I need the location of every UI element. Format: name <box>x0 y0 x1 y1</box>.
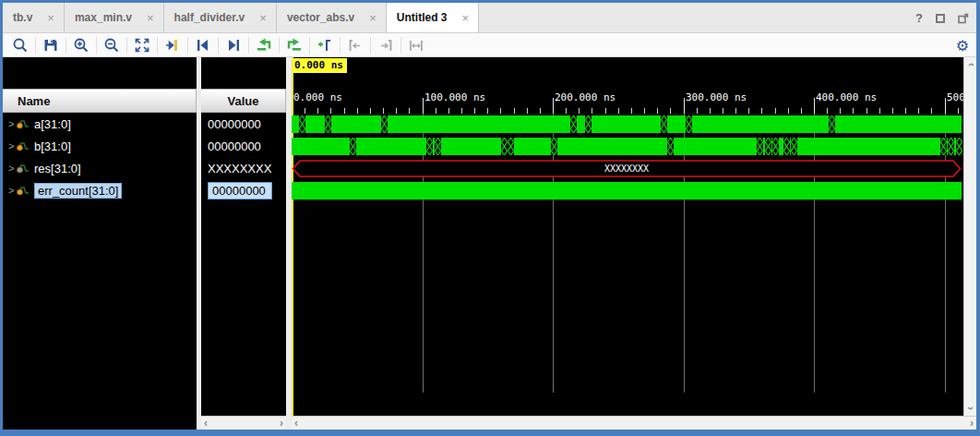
cursor-time-readout: 0.000 ns <box>293 58 347 73</box>
value-panel-horizontal-scrollbar[interactable]: ‹ › <box>201 416 286 430</box>
tab-close-icon[interactable]: × <box>259 12 267 24</box>
bus-waveform-bar <box>292 138 962 155</box>
tab-tb-v[interactable]: tb.v × <box>3 3 65 32</box>
ruler-time-label: 400.000 ns <box>816 91 877 103</box>
bus-signal-icon <box>16 140 30 151</box>
signal-row-a[interactable]: > a[31:0] <box>3 113 197 135</box>
signal-name-label: b[31:0] <box>34 139 71 153</box>
scroll-right-icon[interactable]: › <box>970 418 974 428</box>
zoom-to-cursor-icon[interactable] <box>161 35 185 55</box>
time-ruler[interactable]: 0.000 ns100.000 ns200.000 ns300.000 ns40… <box>292 89 963 114</box>
expand-chevron-icon[interactable]: > <box>3 118 16 129</box>
previous-marker-icon[interactable] <box>343 35 367 55</box>
toolbar-separator <box>187 37 188 54</box>
scroll-up-icon[interactable]: › <box>966 63 975 67</box>
wave-row-err_count[interactable] <box>292 180 963 202</box>
bus-waveform-bar <box>292 115 962 133</box>
tab-close-icon[interactable]: × <box>462 12 470 24</box>
bus-transition-icon <box>350 138 356 155</box>
signal-value-b[interactable]: 00000000 <box>201 135 286 157</box>
bus-transition-icon <box>948 138 954 155</box>
bus-signal-icon <box>16 118 30 129</box>
wave-row-res[interactable]: XXXXXXXX <box>292 158 963 180</box>
scroll-left-icon[interactable]: ‹ <box>294 418 298 428</box>
ruler-major-tick <box>553 98 554 114</box>
scroll-right-icon[interactable]: › <box>280 418 283 428</box>
signal-row-b[interactable]: > b[31:0] <box>3 135 197 157</box>
next-transition-icon[interactable] <box>221 35 245 55</box>
waveform-vertical-scrollbar[interactable]: › › <box>963 57 976 416</box>
toolbar-separator <box>279 37 280 54</box>
tab-vector-abs-v[interactable]: vector_abs.v × <box>277 3 387 32</box>
scroll-down-icon[interactable]: › <box>966 406 975 410</box>
waveform-horizontal-scrollbar[interactable]: ‹ › <box>292 416 976 430</box>
bus-transition-icon <box>661 115 667 133</box>
signal-value-a[interactable]: 00000000 <box>201 113 286 135</box>
waveform-canvas[interactable]: 0.000 ns100.000 ns200.000 ns300.000 ns40… <box>292 57 963 416</box>
tab-label: Untitled 3 <box>397 11 448 24</box>
ruler-time-label: 0.000 ns <box>293 91 342 103</box>
bus-transition-icon <box>570 115 577 133</box>
tab-untitled-3[interactable]: Untitled 3 × <box>387 3 479 32</box>
go-to-last-time-icon[interactable] <box>282 35 306 55</box>
bus-transition-icon <box>667 138 674 155</box>
wave-main-area: Name > a[31:0]> b[31:0]> res[31:0]> err_… <box>3 57 976 430</box>
expand-chevron-icon[interactable]: > <box>3 163 16 174</box>
settings-gear-icon[interactable]: ⚙ <box>956 33 969 57</box>
help-icon[interactable]: ? <box>915 11 923 25</box>
tab-close-icon[interactable]: × <box>369 12 376 24</box>
editor-tab-bar: tb.v ×max_min.v ×half_divider.v ×vector_… <box>3 3 976 33</box>
zoom-in-icon[interactable] <box>69 35 93 55</box>
toolbar-separator <box>309 37 310 54</box>
swap-cursors-icon[interactable] <box>404 35 428 55</box>
bus-transition-icon <box>791 138 797 155</box>
bus-signal-icon <box>16 163 30 174</box>
tab-close-icon[interactable]: × <box>147 12 154 24</box>
tab-label: max_min.v <box>75 11 132 24</box>
bus-waveform-bar <box>292 182 962 200</box>
scroll-left-icon[interactable]: ‹ <box>204 418 208 428</box>
zoom-out-icon[interactable] <box>100 35 124 55</box>
ruler-time-label: 200.000 ns <box>555 91 615 103</box>
signal-row-res[interactable]: > res[31:0] <box>3 157 197 179</box>
time-cursor-line[interactable] <box>292 57 293 416</box>
float-window-icon[interactable] <box>958 13 969 24</box>
tab-half-divider-v[interactable]: half_divider.v × <box>164 3 277 32</box>
signal-value-err_count[interactable]: 00000000 <box>201 179 286 201</box>
bus-transition-icon <box>585 115 592 133</box>
ruler-major-tick <box>814 98 815 114</box>
toolbar-separator <box>157 37 158 54</box>
bus-transition-icon <box>772 138 779 155</box>
toolbar-separator <box>126 37 127 54</box>
ruler-time-label: 300.000 ns <box>686 91 747 103</box>
zoom-fit-icon[interactable] <box>130 35 154 55</box>
save-wave-config-icon[interactable] <box>39 35 63 55</box>
value-column-header: Value <box>201 89 286 113</box>
bus-transition-icon <box>426 138 433 155</box>
next-marker-icon[interactable] <box>374 35 398 55</box>
maximize-icon[interactable] <box>936 14 945 23</box>
go-to-time-zero-icon[interactable] <box>252 35 276 55</box>
bus-transition-icon <box>381 115 388 133</box>
tab-close-icon[interactable]: × <box>47 12 54 24</box>
toolbar-separator <box>66 37 66 54</box>
bus-transition-icon <box>551 138 557 155</box>
add-marker-icon[interactable] <box>313 35 337 55</box>
expand-chevron-icon[interactable]: > <box>3 185 16 196</box>
signal-value-res[interactable]: XXXXXXXX <box>201 157 286 179</box>
previous-transition-icon[interactable] <box>191 35 215 55</box>
tab-max-min-v[interactable]: max_min.v × <box>65 3 164 32</box>
toolbar-separator <box>370 37 371 54</box>
bus-value-label: XXXXXXXX <box>292 164 962 174</box>
window-controls: ? <box>915 3 969 33</box>
wave-row-a[interactable] <box>292 114 963 136</box>
wave-row-b[interactable] <box>292 136 963 158</box>
unknown-bus-shape: XXXXXXXX <box>292 160 962 177</box>
expand-chevron-icon[interactable]: > <box>3 140 16 151</box>
signal-row-err_count[interactable]: > err_count[31:0] <box>3 179 197 201</box>
search-icon[interactable] <box>8 35 32 55</box>
bus-transition-icon <box>765 138 771 155</box>
toolbar-separator <box>340 37 341 54</box>
bus-transition-icon <box>508 138 514 155</box>
bus-transition-icon <box>686 115 692 133</box>
